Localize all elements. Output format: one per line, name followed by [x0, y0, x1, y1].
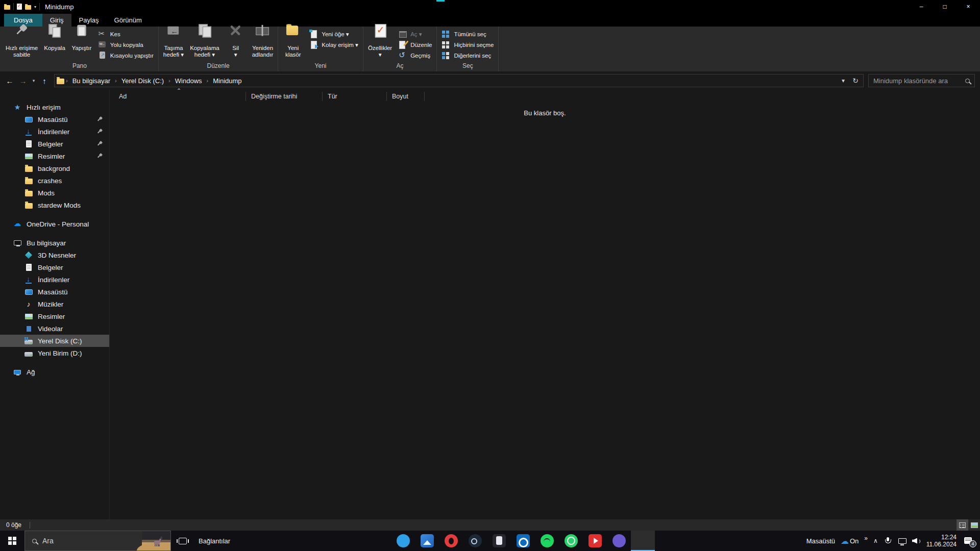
column-header[interactable]: Boyut [387, 92, 425, 101]
sidebar-item-desktop[interactable]: Masaüstü [0, 113, 109, 126]
search-highlight-image[interactable] [142, 531, 170, 550]
thumbnails-view-button[interactable] [968, 519, 980, 531]
sidebar-item-backgrond[interactable]: backgrond [0, 162, 109, 174]
tab-gorunum[interactable]: Görünüm [107, 14, 150, 27]
breadcrumb-segment[interactable]: › Windows [167, 77, 205, 85]
sidebar-item-pictures[interactable]: Resimler [0, 150, 109, 162]
taskbar-app-button[interactable] [511, 531, 535, 551]
easy-access-icon [309, 40, 318, 49]
new-folder-button[interactable]: Yeni klasör [280, 27, 306, 61]
scissors-icon [98, 30, 107, 38]
breadcrumb-segment[interactable]: › Yerel Disk (C:) [113, 77, 167, 85]
sidebar-item-local-disk-c[interactable]: Yerel Disk (C:) [0, 335, 109, 347]
invert-selection-button[interactable]: Diğerlerini seç [438, 50, 497, 61]
breadcrumb-segment[interactable]: › Bu bilgisayar [64, 77, 113, 85]
recent-locations-chevron-icon[interactable]: ▾ [30, 78, 38, 83]
desktop-toolbar-label[interactable]: Masaüstü [806, 537, 835, 545]
pin-icon [97, 154, 103, 159]
paste-shortcut-button[interactable]: Kısayolu yapıştır [95, 50, 157, 61]
toolbar-overflow-chevron-icon[interactable]: » [864, 535, 868, 542]
show-hidden-icons-chevron-icon[interactable]: ∧ [873, 537, 878, 544]
taskbar-app-button[interactable] [559, 531, 583, 551]
sidebar-item-quick-access[interactable]: Hızlı erişim [0, 101, 109, 113]
column-header[interactable]: Değiştirme tarihi [246, 92, 323, 101]
clock[interactable]: 12:24 11.06.2024 [926, 534, 957, 548]
sidebar-item-desktop-pc[interactable]: Masaüstü [0, 286, 109, 298]
delete-icon [229, 24, 242, 47]
onedrive-tray-item[interactable]: ☁ On [841, 536, 859, 546]
links-toolbar-label[interactable]: Bağlantılar [199, 537, 230, 545]
copy-to-button[interactable]: Kopyalama hedefi ▾ [187, 27, 223, 61]
column-header[interactable]: Ad [119, 92, 246, 101]
red-app-icon [589, 534, 602, 547]
sidebar-item-videos[interactable]: Videolar [0, 322, 109, 335]
action-center-button[interactable]: 4 [964, 537, 973, 545]
sidebar-item-new-volume-d[interactable]: Yeni Birim (D:) [0, 347, 109, 359]
sort-ascending-icon[interactable]: ˆ [178, 88, 180, 96]
sidebar-item-this-pc[interactable]: Bu bilgisayar [0, 237, 109, 249]
sidebar-item-downloads[interactable]: İndirilenler [0, 126, 109, 138]
taskbar-app-button[interactable] [535, 531, 559, 551]
open-button[interactable]: Aç ▾ [395, 29, 435, 39]
column-header[interactable]: Tür [323, 92, 387, 101]
address-bar[interactable]: › Bu bilgisayar › Yerel Disk (C:) › Wind… [54, 74, 864, 87]
sidebar-item-stardew-mods[interactable]: stardew Mods [0, 199, 109, 211]
sidebar-item-pictures-pc[interactable]: Resimler [0, 310, 109, 322]
pin-to-quick-access-button[interactable]: Hızlı erişime sabitle [3, 27, 41, 61]
sidebar-item-mods[interactable]: Mods [0, 187, 109, 199]
sidebar-item-music[interactable]: Müzikler [0, 298, 109, 310]
select-none-icon [442, 40, 451, 49]
close-button[interactable]: × [957, 0, 980, 13]
taskbar-app-button[interactable] [439, 531, 463, 551]
delete-button[interactable]: Sil ▾ [223, 27, 249, 61]
sidebar-item-downloads-pc[interactable]: İndirilenler [0, 273, 109, 286]
properties-qat-icon[interactable] [17, 4, 22, 10]
minimize-button[interactable]: – [910, 0, 933, 13]
easy-access-button[interactable]: Kolay erişim ▾ [306, 39, 361, 50]
edit-button[interactable]: Düzenle [395, 39, 435, 50]
paste-button[interactable]: Yapıştır [68, 27, 95, 61]
sidebar-item-documents[interactable]: Belgeler [0, 138, 109, 150]
taskbar-app-button[interactable] [631, 531, 655, 551]
taskbar-app-button[interactable] [607, 531, 631, 551]
move-to-button[interactable]: Taşıma hedefi ▾ [160, 27, 187, 61]
task-view-button[interactable] [171, 531, 194, 551]
sidebar-item-crashes[interactable]: crashes [0, 174, 109, 187]
network-tray-icon[interactable] [898, 537, 906, 545]
properties-button[interactable]: Özellikler ▾ [365, 27, 395, 61]
taskbar-app-button[interactable] [391, 531, 415, 551]
sidebar-item-onedrive[interactable]: OneDrive - Personal [0, 218, 109, 230]
taskbar-app-button[interactable] [415, 531, 439, 551]
path-icon [98, 40, 107, 49]
maximize-button[interactable]: □ [933, 0, 957, 13]
sidebar-item-documents-pc[interactable]: Belgeler [0, 261, 109, 273]
microphone-icon[interactable] [884, 537, 892, 545]
rename-button[interactable]: Yeniden adlandır [249, 27, 277, 61]
back-button[interactable]: ← [3, 77, 16, 85]
breadcrumb-segment[interactable]: › Minidump [205, 77, 245, 85]
select-all-button[interactable]: Tümünü seç [438, 29, 497, 39]
start-button[interactable] [0, 531, 24, 551]
new-folder-qat-icon[interactable] [25, 5, 31, 10]
up-button[interactable]: ↑ [38, 77, 51, 85]
refresh-icon[interactable]: ↻ [850, 77, 861, 85]
volume-icon[interactable] [912, 537, 921, 545]
new-item-button[interactable]: Yeni öğe ▾ [306, 29, 361, 39]
copy-path-button[interactable]: Yolu kopyala [95, 39, 157, 50]
search-input[interactable]: Minidump klasöründe ara [868, 74, 975, 87]
customize-qat-chevron-icon[interactable]: ▾ [34, 5, 36, 9]
taskbar-app-button[interactable] [463, 531, 487, 551]
taskbar-search-input[interactable]: Ara [24, 531, 171, 551]
taskbar-app-button[interactable] [487, 531, 511, 551]
ribbon-group-label: Pano [3, 61, 157, 71]
taskbar-app-button[interactable] [583, 531, 607, 551]
select-none-button[interactable]: Hiçbirini seçme [438, 39, 497, 50]
details-view-button[interactable] [957, 519, 968, 531]
forward-button[interactable]: → [16, 77, 30, 85]
copy-button[interactable]: Kopyala [41, 27, 68, 61]
address-dropdown-chevron-icon[interactable]: ▾ [838, 77, 849, 84]
history-button[interactable]: Geçmiş [395, 50, 435, 61]
sidebar-item-network[interactable]: Ağ [0, 366, 109, 378]
cut-button[interactable]: Kes [95, 29, 157, 39]
sidebar-item-3d-objects[interactable]: 3D Nesneler [0, 249, 109, 261]
